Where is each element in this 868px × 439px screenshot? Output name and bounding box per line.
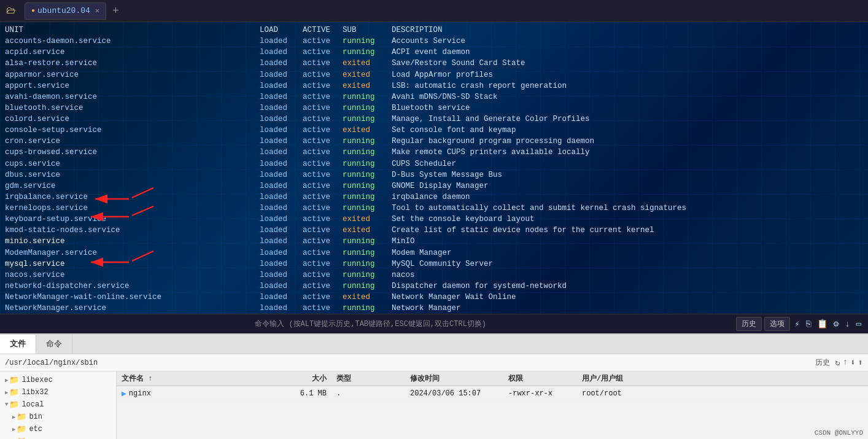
service-row: console-setup.service loaded active exit… [5, 125, 863, 136]
tab-close-icon[interactable]: ✕ [95, 6, 99, 15]
service-load: loaded [260, 125, 303, 136]
service-unit: apparmor.service [5, 69, 260, 80]
service-sub: running [343, 169, 392, 181]
service-load: loaded [260, 91, 303, 103]
service-unit: console-setup.service [5, 125, 260, 136]
service-row: NetworkManager-wait-online.service loade… [5, 292, 863, 303]
folder-icon: 📁 [17, 412, 26, 422]
service-active: active [303, 258, 343, 270]
tree-arrow-icon: ▶ [12, 414, 15, 421]
folder-icon: 📁 [9, 400, 19, 410]
file-list-header: 文件名 ↑ 大小 类型 修改时间 权限 用户/用户组 [117, 371, 868, 386]
service-load: loaded [260, 147, 303, 158]
service-desc: Dispatcher daemon for systemd-networkd [392, 281, 863, 292]
refresh-icon[interactable]: ↻ [835, 357, 840, 368]
tab-label: ubuntu20.04 [37, 6, 90, 15]
copy-icon[interactable]: ⎘ [806, 319, 811, 329]
col-size-header[interactable]: 大小 [275, 373, 336, 384]
tree-item[interactable]: ▶📁libexec [0, 374, 116, 386]
folder-icon: 📁 [9, 375, 19, 385]
service-load: loaded [260, 69, 303, 80]
file-tree: ▶📁libexec▶📁libx32▼📁local▶📁bin▶📁etc▶📁game… [0, 371, 117, 439]
service-sub: running [343, 303, 392, 314]
col-perm-header[interactable]: 权限 [508, 373, 582, 384]
service-active: active [303, 270, 343, 281]
service-sub: running [343, 236, 392, 247]
file-manager: ▶📁libexec▶📁libx32▼📁local▶📁bin▶📁etc▶📁game… [0, 371, 868, 439]
tree-label: local [21, 400, 44, 409]
bottom-tabs: 文件 命令 [0, 335, 868, 354]
service-sub: running [343, 192, 392, 203]
download-icon[interactable]: ↓ [845, 319, 850, 329]
upload-icon[interactable]: ⬆ [858, 357, 863, 368]
col-type-header[interactable]: 类型 [336, 373, 410, 384]
service-row: nacos.service loaded active running naco… [5, 270, 863, 281]
service-desc: Accounts Service [392, 36, 863, 47]
folder-icon: 📁 [17, 424, 26, 434]
service-desc: Regular background program processing da… [392, 136, 863, 147]
cmd-hint: 命令输入 (按ALT键提示历史,TAB键路径,ESC键返回,双击CTRL切换) [5, 319, 736, 329]
terminal-content: UNIT LOAD ACTIVE SUB DESCRIPTION account… [0, 22, 868, 314]
col-name-header[interactable]: 文件名 ↑ [122, 373, 275, 384]
service-unit: kerneloops.service [5, 203, 260, 214]
tab-file[interactable]: 文件 [0, 335, 36, 354]
service-unit: cups-browsed.service [5, 147, 260, 158]
tab-bar: 🗁 ● ubuntu20.04 ✕ + [0, 0, 868, 22]
tree-item[interactable]: ▶📁etc [0, 423, 116, 435]
settings-icon[interactable]: ⚙ [834, 319, 839, 329]
service-desc: Load AppArmor profiles [392, 69, 863, 80]
folder-icon[interactable]: 🗁 [2, 5, 20, 17]
paste-icon[interactable]: 📋 [817, 319, 827, 329]
service-active: active [303, 214, 343, 225]
tab-ubuntu[interactable]: ● ubuntu20.04 ✕ [25, 2, 106, 20]
service-desc: Create list of static device nodes for t… [392, 225, 863, 236]
file-row[interactable]: ▶nginx 6.1 MB . 2024/03/06 15:07 -rwxr-x… [117, 386, 868, 402]
service-row: cups.service loaded active running CUPS … [5, 158, 863, 169]
download-addr-icon[interactable]: ⬇ [850, 357, 855, 368]
service-active: active [303, 147, 343, 158]
service-unit: irqbalance.service [5, 192, 260, 203]
tree-item[interactable]: ▶📁games [0, 435, 116, 439]
service-load: loaded [260, 281, 303, 292]
service-desc: Network Manager Wait Online [392, 292, 863, 303]
options-button[interactable]: 选项 [764, 317, 790, 331]
service-sub: running [343, 36, 392, 47]
service-load: loaded [260, 203, 303, 214]
service-desc: CUPS Scheduler [392, 158, 863, 169]
service-sub: exited [343, 225, 392, 236]
tree-item[interactable]: ▼📁local [0, 398, 116, 411]
tree-item[interactable]: ▶📁bin [0, 411, 116, 423]
file-owner: root/root [582, 389, 656, 398]
service-unit: apport.service [5, 80, 260, 91]
service-active: active [303, 125, 343, 136]
up-icon[interactable]: ↑ [843, 357, 848, 368]
watermark: CSDN @ONLYYD [815, 429, 863, 437]
service-unit: avahi-daemon.service [5, 91, 260, 103]
service-desc: GNOME Display Manager [392, 181, 863, 192]
service-load: loaded [260, 303, 303, 314]
service-desc: Set console font and keymap [392, 125, 863, 136]
service-sub: running [343, 270, 392, 281]
service-desc: nacos [392, 270, 863, 281]
service-active: active [303, 158, 343, 169]
service-load: loaded [260, 236, 303, 247]
service-load: loaded [260, 258, 303, 270]
service-active: active [303, 103, 343, 114]
service-active: active [303, 181, 343, 192]
service-load: loaded [260, 103, 303, 114]
col-mtime-header[interactable]: 修改时间 [410, 373, 508, 384]
tab-cmd[interactable]: 命令 [36, 335, 72, 354]
history-addr-button[interactable]: 历史 [815, 357, 830, 368]
service-desc: Manage, Install and Generate Color Profi… [392, 114, 863, 125]
service-active: active [303, 47, 343, 58]
service-active: active [303, 225, 343, 236]
lightning-icon[interactable]: ⚡ [794, 319, 799, 329]
history-button[interactable]: 历史 [736, 317, 762, 331]
service-sub: exited [343, 125, 392, 136]
tab-add-button[interactable]: + [107, 5, 124, 17]
tree-item[interactable]: ▶📁libx32 [0, 386, 116, 398]
service-unit: kmod-static-nodes.service [5, 225, 260, 236]
col-owner-header[interactable]: 用户/用户组 [582, 373, 656, 384]
fullscreen-icon[interactable]: ▭ [856, 319, 861, 329]
service-active: active [303, 236, 343, 247]
